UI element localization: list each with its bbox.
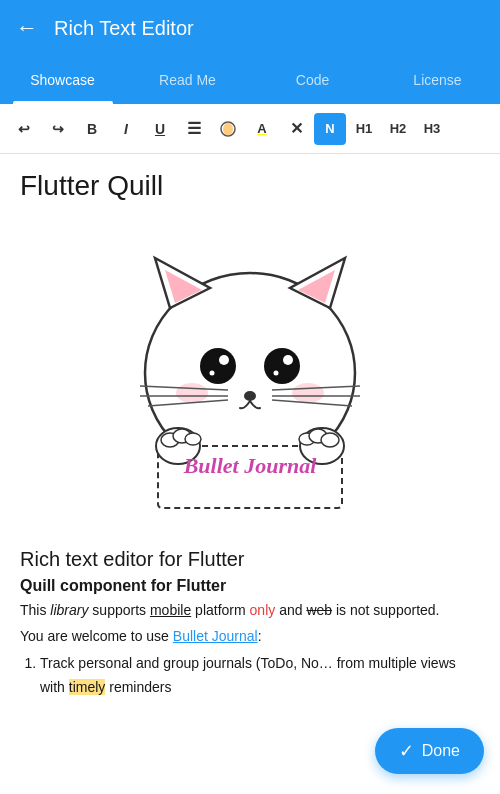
svg-text:Bullet Journal: Bullet Journal [183,453,318,478]
section-heading: Rich text editor for Flutter [20,548,480,571]
svg-point-14 [244,391,256,401]
italic-button[interactable]: I [110,113,142,145]
cat-image: Bullet Journal [20,218,480,528]
p2-end: : [258,628,262,644]
normal-button[interactable]: N [314,113,346,145]
done-label: Done [422,742,460,760]
underline-button[interactable]: U [144,113,176,145]
p1-pre: This [20,602,50,618]
svg-point-15 [176,383,208,403]
redo-button[interactable]: ↪ [42,113,74,145]
list-item-1-end: reminders [105,679,171,695]
subsection-heading: Quill component for Flutter [20,577,480,595]
paragraph1: This library supports mobile platform on… [20,599,480,621]
editor-toolbar: ↩ ↪ B I U ☰ A ✕ N H1 H2 H3 [0,104,500,154]
clear-format-button[interactable]: ✕ [280,113,312,145]
editor-title: Flutter Quill [20,170,480,202]
p1-end: and [275,602,306,618]
undo-button[interactable]: ↩ [8,113,40,145]
paragraph2: You are welcome to use Bullet Journal: [20,625,480,647]
tab-showcase[interactable]: Showcase [0,56,125,104]
done-check-icon: ✓ [399,740,414,762]
tab-license[interactable]: License [375,56,500,104]
tab-readme[interactable]: Read Me [125,56,250,104]
back-button[interactable]: ← [16,15,38,41]
p1-italic: library [50,602,88,618]
ordered-list: Track personal and group journals (ToDo,… [20,652,480,700]
bullet-journal-link[interactable]: Bullet Journal [173,628,258,644]
tab-code[interactable]: Code [250,56,375,104]
list-item-1: Track personal and group journals (ToDo,… [40,652,480,700]
list-button[interactable]: ☰ [178,113,210,145]
h1-button[interactable]: H1 [348,113,380,145]
editor-content[interactable]: Flutter Quill [0,154,500,794]
svg-point-16 [292,383,324,403]
bold-button[interactable]: B [76,113,108,145]
h2-button[interactable]: H2 [382,113,414,145]
svg-point-27 [185,433,201,445]
p1-red: only [250,602,276,618]
app-bar: ← Rich Text Editor [0,0,500,56]
p1-underline: mobile [150,602,191,618]
color-button[interactable] [212,113,244,145]
done-button[interactable]: ✓ Done [375,728,484,774]
highlight-button[interactable]: A [246,113,278,145]
svg-point-8 [219,355,229,365]
svg-point-31 [321,433,339,447]
h3-button[interactable]: H3 [416,113,448,145]
p1-end2: is not supported. [332,602,439,618]
svg-point-13 [274,371,279,376]
svg-point-12 [283,355,293,365]
svg-point-11 [267,351,297,381]
list-item-1-highlight: timely [69,679,106,695]
p1-mid: supports [88,602,149,618]
app-title: Rich Text Editor [54,17,194,40]
svg-point-7 [203,351,233,381]
tab-bar: Showcase Read Me Code License [0,56,500,104]
p1-mid2: platform [191,602,249,618]
svg-point-9 [210,371,215,376]
p2-pre: You are welcome to use [20,628,173,644]
p1-strike: web [306,602,332,618]
